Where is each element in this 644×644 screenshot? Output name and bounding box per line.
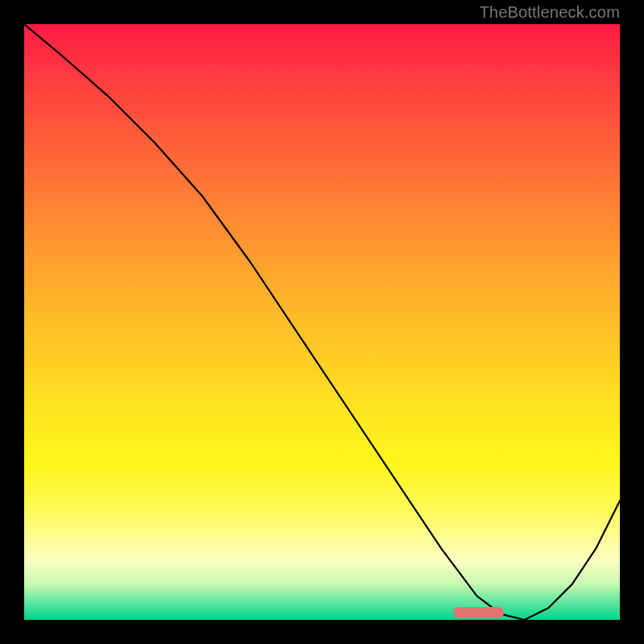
bottleneck-curve — [24, 24, 620, 620]
optimum-marker — [453, 607, 504, 618]
watermark-text: TheBottleneck.com — [479, 3, 620, 22]
chart-frame: TheBottleneck.com — [0, 0, 644, 644]
plot-area — [24, 24, 620, 620]
line-svg — [24, 24, 620, 620]
